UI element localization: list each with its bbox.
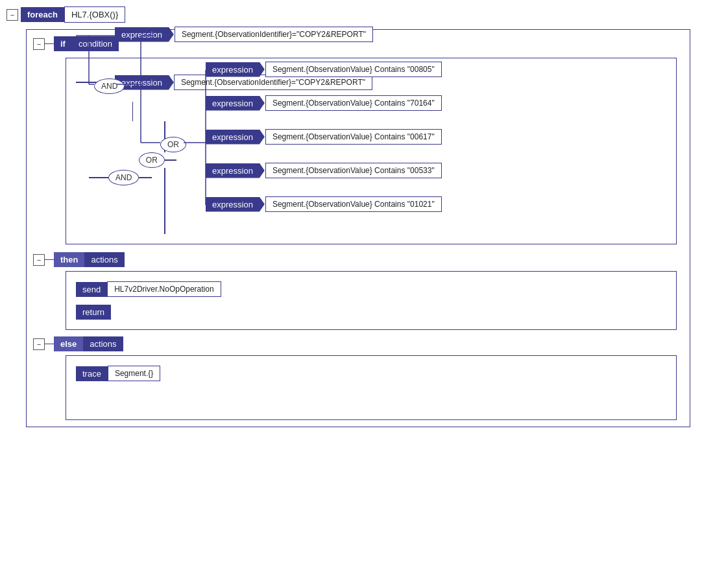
and-node-pos: AND: [94, 78, 125, 94]
then-block: send HL7v2Driver.NoOpOperation return: [66, 271, 677, 330]
or-expr-1-label: expression: [206, 96, 265, 111]
or-expr-0-value: Segment.{ObservationValue} Contains "008…: [265, 62, 442, 77]
send-value: HL7v2Driver.NoOpOperation: [107, 281, 221, 297]
or-expr-2-value: Segment.{ObservationValue} Contains "006…: [265, 129, 442, 145]
else-section: − else actions trace Segment.{}: [33, 336, 683, 420]
return-label: return: [76, 305, 111, 320]
or-expr-1: expression Segment.{ObservationValue} Co…: [206, 95, 442, 111]
or-expr-4: expression Segment.{ObservationValue} Co…: [206, 196, 442, 212]
or-expr-0: expression Segment.{ObservationValue} Co…: [206, 62, 442, 77]
or-expr-2-label: expression: [206, 130, 265, 145]
canvas: − foreach HL7.{OBX()} − if condition: [0, 0, 702, 588]
else-label: else: [54, 336, 83, 351]
foreach-label: foreach: [21, 7, 64, 22]
send-label: send: [76, 282, 107, 297]
or-expr-4-label: expression: [206, 197, 265, 212]
then-actions-label: actions: [84, 252, 124, 267]
if-label: if: [54, 36, 72, 51]
or-expr-1-value: Segment.{ObservationValue} Contains "701…: [265, 95, 442, 111]
or-expr-3: expression Segment.{ObservationValue} Co…: [206, 163, 442, 178]
or-expr-3-value: Segment.{ObservationValue} Contains "005…: [265, 163, 442, 178]
foreach-collapse-btn[interactable]: −: [6, 9, 18, 21]
send-row: send HL7v2Driver.NoOpOperation: [76, 281, 666, 297]
or-expr-4-value: Segment.{ObservationValue} Contains "010…: [265, 196, 442, 212]
expression-tree-overlay: expression Segment.{ObservationIdentifie…: [76, 27, 530, 234]
expr-top-label: expression: [115, 27, 174, 42]
if-collapse-btn[interactable]: −: [33, 38, 45, 50]
expr-top-value: Segment.{ObservationIdentifier}="COPY2&R…: [175, 27, 373, 42]
condition-block: expression Segment.{ObservationIdentifie…: [66, 58, 677, 244]
trace-value: Segment.{}: [108, 366, 160, 381]
then-header: − then actions: [33, 252, 683, 267]
else-block: trace Segment.{}: [66, 355, 677, 420]
trace-row: trace Segment.{}: [76, 366, 666, 381]
then-collapse-btn[interactable]: −: [33, 254, 45, 266]
and-node-2: AND: [94, 78, 125, 94]
foreach-header: − foreach HL7.{OBX()}: [6, 6, 696, 23]
expr-top: expression Segment.{ObservationIdentifie…: [115, 27, 373, 42]
foreach-container: − foreach HL7.{OBX()} − if condition: [6, 6, 696, 427]
or-expr-3-label: expression: [206, 163, 265, 178]
or-expr-2: expression Segment.{ObservationValue} Co…: [206, 129, 442, 145]
foreach-value: HL7.{OBX()}: [64, 6, 125, 23]
else-actions-label: actions: [83, 336, 123, 351]
or-node-2: OR: [160, 137, 186, 152]
trace-label: trace: [76, 366, 108, 381]
or-expr-0-label: expression: [206, 62, 265, 77]
then-label: then: [54, 252, 84, 267]
else-header: − else actions: [33, 336, 683, 351]
then-section: − then actions send HL7v2Driver.NoOpOper…: [33, 252, 683, 330]
or-node-pos: OR: [160, 137, 186, 152]
else-collapse-btn[interactable]: −: [33, 338, 45, 350]
